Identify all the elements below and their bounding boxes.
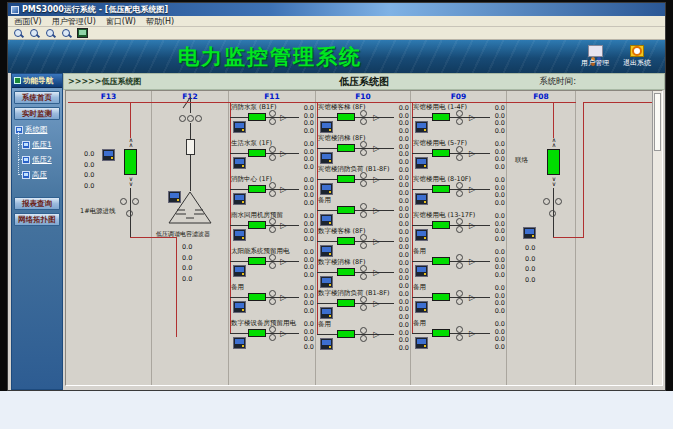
feeder-label: 备用 [231,283,244,292]
breaker-indicator[interactable] [248,185,266,193]
meter-icon[interactable] [320,183,333,195]
incoming-values: 0.00.00.00.0 [84,149,94,191]
monitor-icon[interactable] [77,28,88,38]
feeder-label: 宾馆楼消梯 (8F) [318,134,366,143]
meter-icon[interactable] [233,301,246,313]
meter-icon[interactable] [320,214,333,226]
breaker-indicator[interactable] [248,293,266,301]
meter-icon[interactable] [415,157,428,169]
feeder-values: 0.00.00.00.0 [304,321,314,351]
breaker-indicator[interactable] [432,149,450,157]
meter-icon[interactable] [415,193,428,205]
meter-icon[interactable] [233,337,246,349]
feeder-label: 消防中心 (1F) [231,175,272,184]
vertical-scrollbar[interactable] [652,91,662,385]
breaker-indicator[interactable] [337,268,355,276]
meter-icon[interactable] [320,245,333,257]
feeder-row: 数字楼客梯 (8F)▷0.00.00.00.0 [316,226,410,257]
meter-icon[interactable] [415,229,428,241]
meter-icon[interactable] [233,265,246,277]
sidebar-item-reports[interactable]: 报表查询 [14,197,60,210]
breaker-indicator[interactable] [248,221,266,229]
feeder-line: ▷ [412,189,490,190]
arrow-icon: ▷ [469,220,475,231]
value: 0.0 [495,164,505,172]
meter-icon[interactable] [320,152,333,164]
zoom-window-icon[interactable] [45,28,56,39]
title-bar[interactable]: PMS3000运行系统 - [低压配电系统图] [8,3,665,16]
meter-icon[interactable] [320,307,333,319]
ct-circle-icon [456,190,463,197]
user-management-button[interactable]: 用户管理 [581,45,609,68]
breaker-indicator[interactable] [337,144,355,152]
value: 0.0 [182,253,192,264]
breaker-indicator[interactable] [337,113,355,121]
breaker-indicator[interactable] [337,237,355,245]
zoom-in-icon[interactable] [13,28,24,39]
feeder-row: 宾馆楼用电 (5-7F)▷0.00.00.00.0 [411,138,506,174]
menu-help[interactable]: 帮助(H) [146,16,174,27]
meter-icon[interactable] [523,227,536,239]
incoming-label: 1#电源进线 [80,207,116,216]
ct-circle-icon [179,115,186,122]
breaker-indicator[interactable] [337,299,355,307]
tree-node-system-diagram[interactable]: 系统图 [15,122,61,137]
ct-circle-icon [126,210,133,217]
zoom-out-icon[interactable] [29,28,40,39]
breaker-indicator[interactable] [432,257,450,265]
breaker-indicator[interactable] [337,175,355,183]
meter-icon[interactable] [415,301,428,313]
sidebar-section-realtime-monitor[interactable]: 实时监测 [14,107,60,120]
meter-icon[interactable] [415,337,428,349]
breaker-indicator[interactable] [248,113,266,121]
meter-icon[interactable] [233,157,246,169]
meter-icon[interactable] [415,121,428,133]
menu-view[interactable]: 画面(V) [14,16,42,27]
meter-icon[interactable] [320,338,333,350]
sidebar-item-topology[interactable]: 网络拓扑图 [14,213,60,226]
breaker-indicator[interactable] [337,330,355,338]
page-icon [22,171,30,179]
meter-icon[interactable] [320,276,333,288]
meter-icon[interactable] [102,149,115,161]
tree-item-high-voltage[interactable]: 高压 [15,167,61,182]
feeder-values: 0.00.00.00.0 [399,322,409,352]
tie-breaker-indicator[interactable] [547,149,560,175]
feeder-values: 0.00.00.00.0 [399,105,409,135]
breaker-indicator[interactable] [432,113,450,121]
page-icon [22,141,30,149]
menu-user-management[interactable]: 用户管理(U) [52,16,96,27]
sidebar-header: 功能导航 [12,74,62,88]
breaker-indicator[interactable] [432,329,450,337]
meter-icon[interactable] [233,193,246,205]
exit-system-button[interactable]: 退出系统 [623,45,651,68]
breaker-indicator[interactable] [248,149,266,157]
main-breaker-indicator[interactable] [124,149,137,175]
arrow-icon: ▷ [373,329,379,340]
tree-item-low-voltage-1[interactable]: 低压1 [15,137,61,152]
feeder-values: 0.00.00.00.0 [304,285,314,315]
zoom-percent-icon[interactable] [61,28,72,39]
breaker-indicator[interactable] [248,257,266,265]
meter-icon[interactable] [320,121,333,133]
scrollbar-thumb[interactable] [654,93,661,151]
breaker-indicator[interactable] [432,293,450,301]
menu-window[interactable]: 窗口(W) [106,16,136,27]
feeder-values: 0.00.00.00.0 [495,177,505,207]
sidebar-item-home[interactable]: 系统首页 [14,91,60,104]
breaker-indicator[interactable] [432,221,450,229]
breaker-indicator[interactable] [248,329,266,337]
breaker-indicator[interactable] [337,206,355,214]
meter-icon[interactable] [233,229,246,241]
diagram-area: F13∧ ∧∨ ∨0.00.00.00.01#电源进线F12低压调谐电容滤波器0… [65,90,663,386]
tool-bar [8,27,665,40]
feeder-values: 0.00.00.00.0 [495,105,505,135]
feeder-values: 0.00.00.00.0 [304,105,314,135]
tie-label: 联络 [515,156,528,165]
tree-item-low-voltage-2[interactable]: 低压2 [15,152,61,167]
breaker-indicator[interactable] [432,185,450,193]
meter-icon[interactable] [415,265,428,277]
meter-icon[interactable] [233,121,246,133]
feeder-row: 太阳能系统预留用电▷0.00.00.00.0 [229,246,315,282]
feeder-label: 备用 [413,247,426,256]
